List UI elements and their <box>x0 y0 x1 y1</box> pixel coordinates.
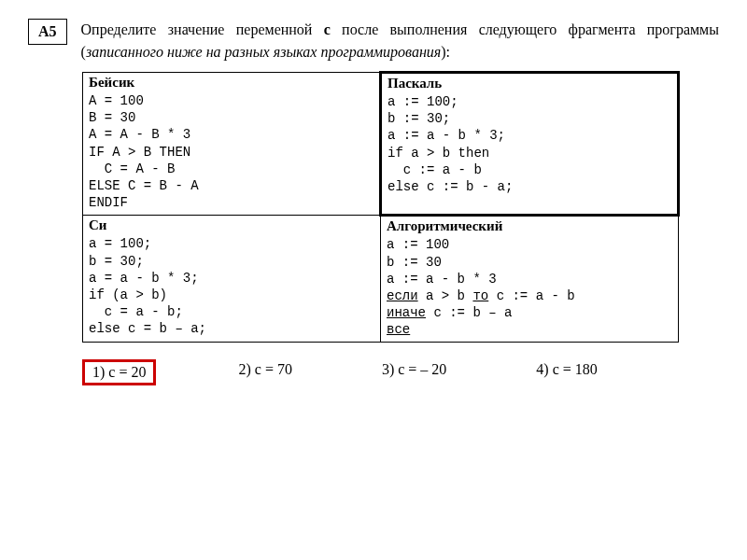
question-text: Определите значение переменной с после в… <box>81 19 719 63</box>
cell-c: Си a = 100; b = 30; a = a - b * 3; if (a… <box>83 216 381 343</box>
q-text-end: ): <box>441 44 450 60</box>
alg-if: если <box>387 288 418 303</box>
alg-line1: a := 100 <box>387 237 449 252</box>
question-header: A5 Определите значение переменной с посл… <box>28 19 719 63</box>
alg-line2: b := 30 <box>387 255 442 270</box>
cell-alg-title: Алгоритмический <box>381 217 678 236</box>
q-text-part1: Определите значение переменной <box>81 21 324 37</box>
answer-3: 3) c = – 20 <box>374 359 454 385</box>
cell-alg: Алгоритмический a := 100 b := 30 a := a … <box>381 216 679 343</box>
alg-else: иначе <box>387 305 426 320</box>
cell-basic-code: A = 100 B = 30 A = A - B * 3 IF A > B TH… <box>83 92 379 215</box>
alg-then: то <box>472 288 488 303</box>
question-label: A5 <box>28 19 67 45</box>
code-languages-table: Бейсик A = 100 B = 30 A = A - B * 3 IF A… <box>82 71 680 343</box>
alg-else-body: c := b – a <box>426 305 512 320</box>
cell-pascal: Паскаль a := 100; b := 30; a := a - b * … <box>381 73 679 216</box>
cell-basic-title: Бейсик <box>83 73 379 92</box>
q-text-italic: записанного ниже на разных языках програ… <box>86 44 441 60</box>
cell-pascal-title: Паскаль <box>382 74 677 93</box>
alg-if-cond: a > b <box>418 288 473 303</box>
answer-2: 2) c = 70 <box>231 359 299 385</box>
cell-pascal-code: a := 100; b := 30; a := a - b * 3; if a … <box>382 93 677 199</box>
cell-c-code: a = 100; b = 30; a = a - b * 3; if (a > … <box>83 235 380 341</box>
alg-end: все <box>387 322 410 337</box>
answer-1: 1) c = 20 <box>82 359 156 385</box>
cell-alg-code: a := 100 b := 30 a := a - b * 3 если a >… <box>381 236 678 342</box>
q-var: с <box>324 21 331 37</box>
answer-4: 4) c = 180 <box>529 359 604 385</box>
cell-c-title: Си <box>83 216 380 235</box>
cell-basic: Бейсик A = 100 B = 30 A = A - B * 3 IF A… <box>83 73 381 216</box>
alg-line3: a := a - b * 3 <box>387 272 497 287</box>
answer-options: 1) c = 20 2) c = 70 3) c = – 20 4) c = 1… <box>82 359 719 385</box>
alg-then-body: c := a - b <box>488 288 574 303</box>
